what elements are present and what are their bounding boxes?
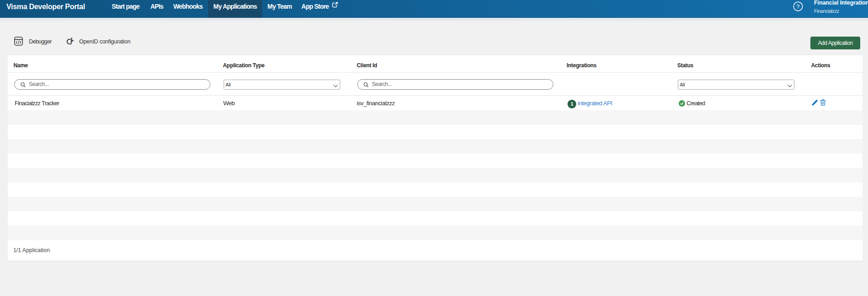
svg-text:?: ?	[796, 4, 799, 10]
